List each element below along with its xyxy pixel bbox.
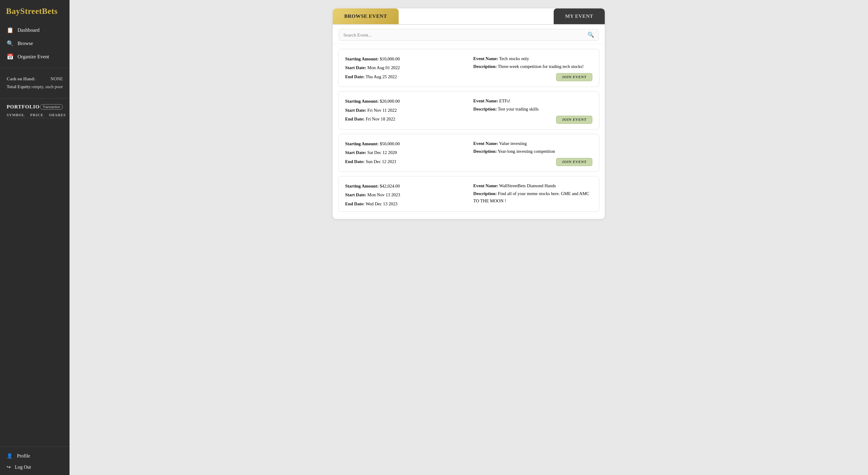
event-card-1: Starting Amount: $10,000.00 Start Date: …: [338, 49, 599, 87]
event-right-1: Event Name: Tech stocks only Description…: [473, 55, 592, 81]
cash-on-hand-label: Cash on Hand:: [7, 75, 35, 83]
transaction-badge[interactable]: Transaction: [40, 104, 63, 110]
logout-icon: ↪: [7, 464, 10, 470]
start-date-label-1: Start Date:: [345, 65, 366, 70]
desc-3: Year-long investing competition: [498, 149, 555, 154]
start-date-label-4: Start Date:: [345, 192, 366, 197]
desc-1: Three-week competition for trading tech …: [498, 64, 584, 69]
starting-amount-3: $50,000.00: [380, 141, 400, 146]
sidebar-label-browse: Browse: [18, 40, 33, 46]
join-event-button-3[interactable]: JOIN EVENT: [556, 158, 592, 166]
end-date-4: Wed Dec 13 2023: [366, 201, 398, 206]
desc-label-1: Description:: [473, 64, 497, 69]
join-event-button-1[interactable]: JOIN EVENT: [556, 73, 592, 81]
event-name-label-3: Event Name:: [473, 141, 498, 146]
col-price: PRICE: [30, 113, 43, 117]
end-date-1: Thu Aug 25 2022: [366, 74, 397, 79]
starting-amount-1: $10,000.00: [380, 57, 400, 61]
desc-label-4: Description:: [473, 191, 497, 196]
end-date-label-3: End Date:: [345, 159, 365, 164]
sidebar-label-logout: Log Out: [15, 465, 31, 470]
event-name-label-4: Event Name:: [473, 183, 498, 188]
start-date-1: Mon Aug 01 2022: [368, 65, 400, 70]
sidebar-item-dashboard[interactable]: 📋 Dashboard: [0, 24, 69, 37]
sidebar-label-dashboard: Dashboard: [18, 27, 39, 33]
desc-label-3: Description:: [473, 149, 497, 154]
search-button[interactable]: 🔍: [588, 32, 594, 38]
desc-2: Test your trading skills: [498, 107, 538, 111]
event-name-2: ETFs!: [499, 98, 510, 103]
portfolio-title: PORTFOLIO: [7, 104, 39, 110]
event-left-1: Starting Amount: $10,000.00 Start Date: …: [345, 55, 464, 81]
col-shares: SHARES: [49, 113, 66, 117]
tabs-row: BROWSE EVENT MY EVENT: [333, 8, 605, 25]
start-date-4: Mon Nov 13 2023: [368, 192, 400, 197]
event-left-4: Starting Amount: $42,024.00 Start Date: …: [345, 182, 464, 208]
content-card: BROWSE EVENT MY EVENT 🔍 Starting Amount:…: [333, 8, 605, 219]
portfolio-section: PORTFOLIO Transaction SYMBOL PRICE SHARE…: [0, 101, 69, 120]
sidebar-item-browse[interactable]: 🔍 Browse: [0, 37, 69, 50]
portfolio-columns: SYMBOL PRICE SHARES: [7, 112, 63, 118]
starting-amount-label-3: Starting Amount:: [345, 141, 379, 146]
starting-amount-4: $42,024.00: [380, 183, 400, 189]
start-date-label-3: Start Date:: [345, 150, 366, 155]
profile-icon: 👤: [7, 453, 13, 459]
main-content: BROWSE EVENT MY EVENT 🔍 Starting Amount:…: [69, 0, 868, 475]
organize-icon: 📅: [7, 54, 13, 60]
event-left-3: Starting Amount: $50,000.00 Start Date: …: [345, 139, 464, 166]
tab-my-event[interactable]: MY EVENT: [554, 8, 605, 24]
starting-amount-label-4: Starting Amount:: [345, 183, 379, 189]
event-right-4: Event Name: WallStreetBets Diamond Hands…: [473, 182, 592, 208]
end-date-3: Sun Dec 12 2021: [366, 159, 397, 164]
tab-browse-event[interactable]: BROWSE EVENT: [333, 8, 399, 24]
join-event-button-2[interactable]: JOIN EVENT: [556, 116, 592, 124]
end-date-label-4: End Date:: [345, 201, 365, 206]
event-card-3: Starting Amount: $50,000.00 Start Date: …: [338, 134, 599, 172]
sidebar-item-organize-event[interactable]: 📅 Organize Event: [0, 50, 69, 63]
end-date-label-2: End Date:: [345, 116, 365, 122]
starting-amount-label-2: Starting Amount:: [345, 99, 379, 104]
sidebar-label-organize: Organize Event: [18, 54, 49, 60]
browse-icon: 🔍: [7, 40, 13, 47]
app-logo: BayStreetBets: [0, 0, 69, 22]
event-name-label-1: Event Name:: [473, 56, 498, 61]
search-input[interactable]: [343, 32, 588, 38]
desc-label-2: Description:: [473, 107, 497, 111]
end-date-label-1: End Date:: [345, 74, 365, 79]
sidebar-label-profile: Profile: [17, 453, 30, 459]
events-list: Starting Amount: $10,000.00 Start Date: …: [333, 44, 605, 212]
event-name-1: Tech stocks only: [499, 56, 529, 61]
starting-amount-label-1: Starting Amount:: [345, 57, 379, 61]
total-equity-label: Total Equity:: [7, 83, 32, 91]
starting-amount-2: $20,000.00: [380, 99, 400, 104]
event-name-label-2: Event Name:: [473, 98, 498, 103]
dashboard-icon: 📋: [7, 27, 13, 34]
divider-1: [0, 68, 69, 68]
event-left-2: Starting Amount: $20,000.00 Start Date: …: [345, 97, 464, 124]
event-name-3: Value investing: [499, 141, 527, 146]
event-card-2: Starting Amount: $20,000.00 Start Date: …: [338, 91, 599, 129]
start-date-2: Fri Nov 11 2022: [368, 108, 397, 113]
event-right-3: Event Name: Value investing Description:…: [473, 139, 592, 166]
sidebar-item-profile[interactable]: 👤 Profile: [0, 450, 69, 462]
cash-on-hand-value: NONE: [51, 75, 63, 83]
search-bar: 🔍: [339, 29, 599, 41]
event-name-4: WallStreetBets Diamond Hands: [499, 183, 556, 188]
event-card-4: Starting Amount: $42,024.00 Start Date: …: [338, 176, 599, 212]
tab-spacer: [399, 8, 554, 24]
end-date-2: Fri Nov 18 2022: [366, 116, 395, 122]
sidebar-bottom: 👤 Profile ↪ Log Out: [0, 446, 69, 475]
start-date-label-2: Start Date:: [345, 108, 366, 113]
sidebar-nav: 📋 Dashboard 🔍 Browse 📅 Organize Event: [0, 22, 69, 66]
sidebar-item-logout[interactable]: ↪ Log Out: [0, 462, 69, 473]
sidebar: BayStreetBets 📋 Dashboard 🔍 Browse 📅 Org…: [0, 0, 69, 475]
search-row: 🔍: [333, 25, 605, 44]
col-symbol: SYMBOL: [7, 113, 25, 117]
start-date-3: Sat Dec 12 2020: [368, 150, 397, 155]
sidebar-stats: Cash on Hand: NONE Total Equity: empty, …: [0, 71, 69, 95]
event-right-2: Event Name: ETFs! Description: Test your…: [473, 97, 592, 124]
total-equity-value: empty, such poor: [32, 83, 63, 91]
